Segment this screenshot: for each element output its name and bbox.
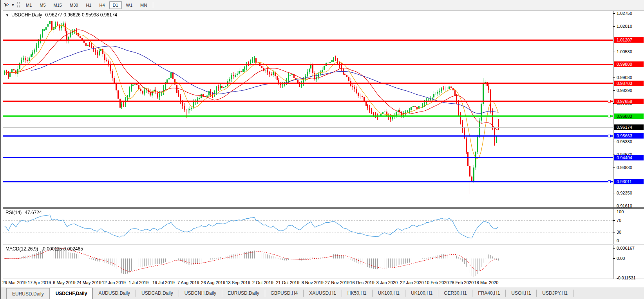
chart-tab[interactable]: GER30,H1 — [438, 290, 472, 297]
macd-label: MACD(12,26,9) — [5, 246, 38, 252]
horizontal-line[interactable] — [3, 181, 613, 182]
line-handle[interactable] — [608, 100, 611, 103]
timeframe-M30[interactable]: M30 — [66, 1, 81, 9]
rsi-label: RSI(14) — [5, 210, 22, 215]
price-axis[interactable]: 1.027501.020101.005300.990300.982900.975… — [613, 11, 644, 207]
chart-tab[interactable]: GBPUSD,H4 — [265, 290, 304, 297]
horizontal-line[interactable] — [3, 64, 613, 65]
chart-tab[interactable]: UK100,H1 — [373, 290, 405, 297]
horizontal-line[interactable] — [3, 40, 613, 41]
chart-tab[interactable]: EURUSD,Daily — [222, 290, 265, 297]
timeframe-buttons: M1M5M15M30H1H4D1W1MN — [22, 1, 151, 9]
toolbar-divider — [153, 2, 153, 8]
horizontal-line[interactable] — [3, 115, 613, 117]
axis-tick-label: 0.91610 — [613, 203, 644, 209]
horizontal-line[interactable] — [3, 157, 613, 158]
timeframe-W1[interactable]: W1 — [123, 1, 136, 9]
current-price-badge: 0.96174 — [614, 124, 644, 130]
date-label: 21 Oct 2019 — [276, 280, 299, 285]
chart-tab[interactable]: EURUSD,Daily — [6, 288, 50, 299]
rsi-title: RSI(14)47.6724 — [5, 210, 42, 215]
chart-tab[interactable]: XAUUSD,H1 — [304, 290, 342, 297]
price-line-badge: 0.97658 — [614, 99, 644, 104]
chart-ohlc-values: 0.96277 0.96626 0.95998 0.96174 — [45, 12, 118, 18]
date-label: 27 Nov 2019 — [325, 280, 349, 285]
macd-axis: 0.0061670.00-0.011531 — [613, 245, 644, 279]
chart-tab[interactable]: USDCHF,Daily — [50, 288, 93, 299]
axis-tick-label: 0.006167 — [613, 245, 644, 251]
axis-tick-label: 30 — [613, 229, 644, 235]
chart-tab[interactable]: FRA40,H1 — [472, 290, 506, 297]
date-label: 7 Aug 2019 — [177, 280, 199, 285]
date-label: 10 Feb 2020 — [425, 280, 449, 285]
timeframe-M15[interactable]: M15 — [50, 1, 65, 9]
date-label: 18 Mar 2020 — [474, 280, 499, 285]
rsi-plot[interactable] — [3, 209, 613, 244]
date-label: 13 Sep 2019 — [226, 280, 250, 285]
axis-tick-label: 0.98290 — [613, 88, 644, 93]
chart-tab[interactable]: AUDUSD,Daily — [93, 290, 136, 297]
rsi-panel: 10070300 RSI(14)47.6724 — [3, 209, 644, 244]
date-label: 3 Jan 2020 — [376, 280, 398, 285]
date-label: 24 May 2019 — [76, 280, 101, 285]
chart-title: ▼USDCHF,Daily0.96277 0.96626 0.95998 0.9… — [5, 12, 117, 18]
axis-tick-label: 0.99030 — [613, 75, 644, 80]
rsi-canvas[interactable] — [3, 209, 613, 244]
axis-tick-label: -0.011531 — [613, 275, 644, 281]
timeframe-M1[interactable]: M1 — [22, 1, 35, 9]
timeframe-D1[interactable]: D1 — [109, 1, 122, 9]
timeframe-H4[interactable]: H4 — [96, 1, 108, 9]
crosshair-tool-icon[interactable] — [2, 2, 10, 9]
price-line-badge: 0.99800 — [614, 61, 644, 67]
date-label: 26 Aug 2019 — [201, 280, 225, 285]
date-label: 19 Jul 2019 — [152, 280, 175, 285]
chart-tab[interactable]: UK100,H1 — [405, 290, 438, 297]
chart-tab[interactable]: USDCAD,Daily — [136, 290, 179, 297]
price-chart-plot[interactable] — [3, 11, 613, 207]
date-label: 2 Oct 2019 — [252, 280, 273, 285]
chart-symbol-label: USDCHF,Daily — [11, 12, 42, 18]
rsi-axis: 10070300 — [613, 209, 644, 244]
chart-title-caret[interactable]: ▼ — [5, 13, 9, 17]
date-label: 16 Dec 2019 — [350, 280, 374, 285]
horizontal-line[interactable] — [3, 101, 613, 102]
timeframe-MN[interactable]: MN — [137, 1, 150, 9]
price-chart-panel: 1.027501.020101.005300.990300.982900.975… — [3, 11, 644, 207]
date-label: 8 Nov 2019 — [302, 280, 324, 285]
price-line-badge: 0.98703 — [614, 81, 644, 86]
axis-tick-label: 0.95330 — [613, 139, 644, 144]
horizontal-line[interactable] — [3, 83, 613, 84]
toolbar-grip[interactable] — [17, 2, 20, 8]
date-label: 28 Feb 2020 — [449, 280, 474, 285]
chart-tab[interactable]: USDJPY,H1 — [537, 290, 573, 297]
timeframe-H1[interactable]: H1 — [82, 1, 95, 9]
chart-tab[interactable]: USDCNH,Daily — [179, 290, 222, 297]
price-line-badge: 0.95663 — [614, 133, 644, 139]
chart-tab[interactable]: USOil,H1 — [506, 290, 537, 297]
current-price-line — [3, 127, 613, 128]
axis-tick-label: 0.00 — [613, 256, 644, 261]
date-label: 17 Apr 2019 — [28, 280, 51, 285]
line-handle[interactable] — [608, 115, 611, 117]
macd-title: MACD(12,26,9)-0.000115 0.002465 — [5, 246, 83, 252]
mt4-terminal: ▼ M1M5M15M30H1H4D1W1MN 1.027501.020101.0… — [0, 0, 644, 299]
timeframe-M5[interactable]: M5 — [36, 1, 49, 9]
horizontal-line[interactable] — [3, 135, 613, 137]
axis-tick-label: 0.93830 — [613, 165, 644, 170]
macd-canvas[interactable] — [3, 245, 613, 279]
axis-tick-label: 1.00530 — [613, 49, 644, 54]
tool-dropdown-caret[interactable]: ▼ — [10, 3, 16, 7]
date-label: 6 May 2019 — [53, 280, 75, 285]
line-handle[interactable] — [608, 180, 611, 183]
date-label: 29 Mar 2019 — [2, 280, 27, 285]
date-label: 22 Jan 2020 — [400, 280, 424, 285]
chart-tab[interactable]: HK50,H1 — [342, 290, 373, 297]
axis-tick-label: 1.02750 — [613, 11, 644, 16]
rsi-value: 47.6724 — [25, 210, 42, 215]
date-label: 12 Jun 2019 — [102, 280, 126, 285]
macd-panel: 0.0061670.00-0.011531 MACD(12,26,9)-0.00… — [3, 245, 644, 279]
line-handle[interactable] — [608, 135, 611, 137]
date-axis[interactable]: 29 Mar 201917 Apr 20196 May 201924 May 2… — [3, 279, 644, 287]
price-line-badge: 1.01207 — [614, 37, 644, 43]
macd-plot[interactable] — [3, 245, 613, 279]
